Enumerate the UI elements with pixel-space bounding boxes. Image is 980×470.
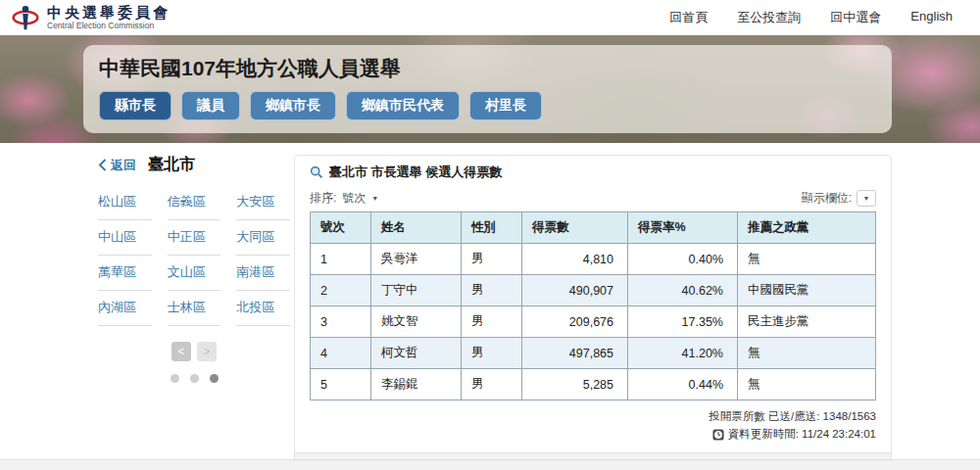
cell-gender: 男 — [462, 275, 522, 306]
nav-referendum-link[interactable]: 至公投查詢 — [737, 9, 801, 26]
results-card: 臺北市 市長選舉 候選人得票數 排序: 號次 ▼ 顯示欄位: ▼ 號次 姓名 — [294, 155, 892, 470]
col-name: 姓名 — [371, 212, 462, 244]
district-link[interactable]: 北投區 — [236, 291, 290, 326]
cell-name: 李錫錕 — [371, 369, 462, 400]
back-label: 返回 — [111, 157, 136, 174]
district-link[interactable]: 信義區 — [168, 185, 221, 220]
table-controls: 排序: 號次 ▼ 顯示欄位: ▼ — [310, 190, 876, 207]
cell-gender: 男 — [462, 306, 522, 338]
cell-number: 3 — [311, 306, 371, 338]
logo-title: 中央選舉委員會 — [47, 5, 171, 22]
pager-dot[interactable] — [171, 374, 179, 383]
banner-panel: 中華民國107年地方公職人員選舉 縣市長 議員 鄉鎮市長 鄉鎮市民代表 村里長 — [83, 45, 892, 133]
tab-township-mayor[interactable]: 鄉鎮市長 — [250, 91, 336, 120]
page-footer — [0, 459, 980, 470]
nav-home-link[interactable]: 回首頁 — [669, 9, 708, 26]
clock-icon — [712, 429, 724, 441]
col-gender: 性別 — [462, 212, 522, 244]
nav-english-link[interactable]: English — [910, 9, 953, 26]
table-row: 2 丁守中 男 490,907 40.62% 中國國民黨 — [311, 275, 876, 306]
cell-rate: 41.20% — [628, 338, 738, 369]
cell-votes: 209,676 — [522, 306, 628, 338]
tab-township-rep[interactable]: 鄉鎮市民代表 — [346, 91, 460, 120]
district-link[interactable]: 大同區 — [236, 220, 290, 256]
cell-number: 5 — [311, 369, 371, 400]
pager-next-button[interactable]: > — [197, 342, 217, 361]
col-party: 推薦之政黨 — [738, 212, 876, 244]
cell-rate: 0.44% — [628, 369, 738, 400]
district-link[interactable]: 大安區 — [236, 185, 290, 220]
cell-rate: 0.40% — [628, 244, 738, 275]
pager-dots — [98, 374, 290, 383]
nav-cec-link[interactable]: 回中選會 — [830, 9, 881, 26]
table-row: 4 柯文哲 男 497,865 41.20% 無 — [311, 338, 876, 369]
topbar: 中央選舉委員會 Central Election Commission 回首頁 … — [0, 0, 980, 35]
results-table: 號次 姓名 性別 得票數 得票率% 推薦之政黨 1 吳蕚洋 男 4,810 0. — [310, 212, 876, 400]
district-sidebar: 返回 臺北市 松山區 信義區 大安區 中山區 中正區 大同區 萬華區 文山區 南… — [98, 155, 290, 383]
results-title: 臺北市 市長選舉 候選人得票數 — [329, 164, 502, 181]
report-stats: 投開票所數 已送/應送: 1348/1563 資料更新時間: 11/24 23:… — [310, 408, 876, 444]
cell-name: 丁守中 — [371, 275, 462, 306]
stations-progress: 投開票所數 已送/應送: 1348/1563 — [310, 408, 876, 426]
table-row: 3 姚文智 男 209,676 17.35% 民主進步黨 — [311, 306, 876, 338]
district-link[interactable]: 南港區 — [236, 256, 290, 291]
tab-mayor[interactable]: 縣市長 — [99, 91, 172, 120]
pager-dot-active[interactable] — [210, 374, 219, 383]
sort-label: 排序: — [310, 190, 336, 207]
topbar-nav: 回首頁 至公投查詢 回中選會 English — [669, 9, 953, 26]
columns-label: 顯示欄位: — [802, 190, 852, 207]
cell-number: 1 — [311, 244, 371, 275]
content-area: 返回 臺北市 松山區 信義區 大安區 中山區 中正區 大同區 萬華區 文山區 南… — [0, 143, 980, 470]
chevron-down-icon: ▼ — [371, 195, 378, 202]
election-title: 中華民國107年地方公職人員選舉 — [99, 55, 876, 82]
district-link[interactable]: 萬華區 — [98, 256, 152, 291]
logo-subtitle: Central Election Commission — [47, 21, 171, 30]
pager-dot[interactable] — [190, 374, 199, 383]
cell-votes: 497,865 — [522, 338, 628, 369]
district-link[interactable]: 內湖區 — [98, 291, 152, 326]
cell-gender: 男 — [462, 338, 522, 369]
district-link[interactable]: 中正區 — [168, 220, 221, 256]
back-link[interactable]: 返回 — [98, 157, 136, 174]
cell-rate: 40.62% — [628, 275, 738, 306]
cell-party: 無 — [738, 338, 876, 369]
columns-dropdown-button[interactable]: ▼ — [857, 190, 876, 207]
election-type-tabs: 縣市長 議員 鄉鎮市長 鄉鎮市民代表 村里長 — [99, 91, 876, 120]
col-votes: 得票數 — [522, 212, 628, 244]
cell-votes: 5,285 — [522, 369, 628, 400]
cell-name: 吳蕚洋 — [371, 244, 462, 275]
col-number: 號次 — [311, 212, 371, 244]
cell-name: 姚文智 — [371, 306, 462, 338]
district-pager: < > — [98, 342, 290, 361]
cell-name: 柯文哲 — [371, 338, 462, 369]
cell-number: 2 — [311, 275, 371, 306]
cell-party: 民主進步黨 — [738, 306, 876, 338]
pager-prev-button[interactable]: < — [172, 342, 191, 361]
sort-select[interactable]: 排序: 號次 ▼ — [310, 190, 378, 207]
tab-councilor[interactable]: 議員 — [181, 91, 240, 120]
cec-logo-icon — [12, 3, 39, 32]
cell-party: 無 — [738, 369, 876, 400]
cell-rate: 17.35% — [628, 306, 738, 338]
col-rate: 得票率% — [628, 212, 738, 244]
district-link[interactable]: 中山區 — [98, 220, 152, 256]
cherry-blossom-banner: 中華民國107年地方公職人員選舉 縣市長 議員 鄉鎮市長 鄉鎮市民代表 村里長 — [0, 35, 980, 143]
cell-party: 無 — [738, 244, 876, 275]
table-header-row: 號次 姓名 性別 得票數 得票率% 推薦之政黨 — [311, 212, 876, 244]
cell-gender: 男 — [462, 369, 522, 400]
district-link[interactable]: 松山區 — [98, 185, 152, 220]
cell-votes: 490,907 — [522, 275, 628, 306]
district-link[interactable]: 士林區 — [168, 291, 221, 326]
tab-village-chief[interactable]: 村里長 — [469, 91, 542, 120]
district-link[interactable]: 文山區 — [168, 256, 221, 291]
cec-logo: 中央選舉委員會 Central Election Commission — [12, 3, 171, 32]
region-title: 臺北市 — [148, 155, 195, 175]
sort-value: 號次 — [342, 190, 366, 207]
cell-gender: 男 — [462, 244, 522, 275]
last-updated: 資料更新時間: 11/24 23:24:01 — [728, 426, 876, 444]
cell-party: 中國國民黨 — [738, 275, 876, 306]
cell-number: 4 — [311, 338, 371, 369]
table-row: 1 吳蕚洋 男 4,810 0.40% 無 — [311, 244, 876, 275]
cell-votes: 4,810 — [522, 244, 628, 275]
district-list: 松山區 信義區 大安區 中山區 中正區 大同區 萬華區 文山區 南港區 內湖區 … — [98, 185, 290, 326]
